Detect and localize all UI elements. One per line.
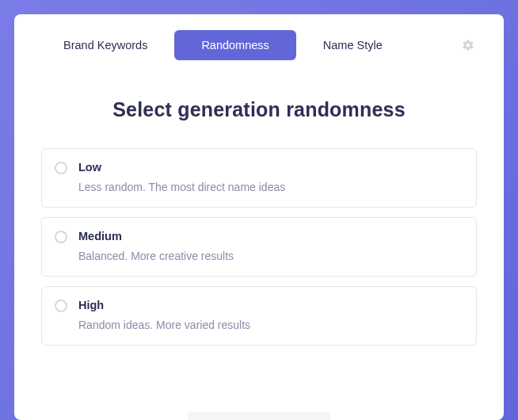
option-low[interactable]: Low Less random. The most direct name id… bbox=[41, 148, 477, 208]
option-desc: Balanced. More creative results bbox=[78, 250, 234, 262]
radio-icon bbox=[55, 231, 67, 243]
option-medium[interactable]: Medium Balanced. More creative results bbox=[41, 217, 477, 277]
page-title: Select generation randomness bbox=[14, 98, 504, 121]
options-list: Low Less random. The most direct name id… bbox=[14, 148, 504, 346]
settings-card: Brand Keywords Randomness Name Style Sel… bbox=[14, 14, 504, 420]
gear-icon[interactable] bbox=[461, 38, 475, 52]
radio-icon bbox=[55, 300, 67, 312]
radio-icon bbox=[55, 162, 67, 174]
tabs-bar: Brand Keywords Randomness Name Style bbox=[14, 30, 504, 60]
option-title: High bbox=[78, 299, 250, 311]
option-title: Low bbox=[78, 161, 285, 174]
footer-placeholder bbox=[188, 412, 330, 420]
option-title: Medium bbox=[78, 230, 234, 242]
option-high[interactable]: High Random ideas. More varied results bbox=[41, 286, 477, 346]
option-desc: Less random. The most direct name ideas bbox=[78, 181, 285, 193]
tab-randomness[interactable]: Randomness bbox=[174, 30, 295, 60]
tab-brand-keywords[interactable]: Brand Keywords bbox=[36, 30, 174, 60]
tab-name-style[interactable]: Name Style bbox=[296, 30, 409, 60]
option-desc: Random ideas. More varied results bbox=[78, 319, 250, 331]
